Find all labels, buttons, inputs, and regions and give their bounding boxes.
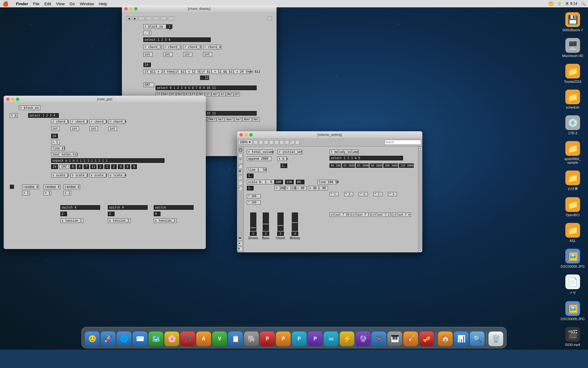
- vs-mul1a[interactable]: * 1.: [330, 192, 339, 196]
- toolbar-btn-5[interactable]: [153, 17, 159, 20]
- menu-help[interactable]: Help: [99, 2, 107, 6]
- vs-minimize-button[interactable]: [244, 133, 248, 136]
- vs-num80[interactable]: 80: [296, 180, 304, 184]
- ng-val-0[interactable]: 0: [70, 164, 76, 169]
- dock-icon-app9[interactable]: ∞: [324, 332, 338, 346]
- pd-chord-bbm7[interactable]: Bbm7: [243, 117, 252, 121]
- pd-num24[interactable]: 24: [143, 63, 151, 67]
- vs-num1c[interactable]: 1.: [247, 186, 254, 190]
- pd-chord-g7[interactable]: G7: [205, 92, 211, 96]
- vs-vslider-drums[interactable]: [250, 213, 256, 231]
- ng-s-scale-4[interactable]: s scale_4: [108, 173, 125, 178]
- vs-scale[interactable]: scale 0. 1. 0.5 1.: [247, 180, 276, 184]
- dock-icon-chart[interactable]: 📊: [454, 332, 469, 346]
- ng-select1234[interactable]: select 1 2 3 4: [28, 113, 59, 118]
- vs-btn-6[interactable]: [280, 140, 284, 144]
- dock-icon-safari[interactable]: 🔍: [470, 332, 484, 346]
- dock-icon-trash[interactable]: 🗑️: [488, 332, 503, 346]
- ng-s-scale-2[interactable]: s scale_2: [70, 173, 87, 178]
- ng-switch4-3[interactable]: switch: [154, 205, 194, 210]
- vs-melody-num[interactable]: 4: [292, 232, 298, 236]
- menu-view[interactable]: View: [56, 2, 65, 6]
- desktop-icon-500gb[interactable]: 💾 500GBwork 7: [560, 12, 585, 32]
- dock-icon-app3[interactable]: 📋: [228, 332, 243, 346]
- dock-icon-app4[interactable]: 🐘: [244, 332, 259, 346]
- menu-edit[interactable]: Edit: [44, 2, 51, 6]
- ng-close-button[interactable]: [6, 98, 9, 101]
- vs-vslider-chord[interactable]: [277, 213, 284, 231]
- pd-chord-abm7[interactable]: Abm7: [225, 117, 234, 121]
- pd-chord-am7[interactable]: Am7: [235, 117, 242, 121]
- vs-btn-4[interactable]: [269, 140, 273, 144]
- vs-gt90[interactable]: > 90: [317, 186, 328, 190]
- dock-icon-home[interactable]: 🏠: [438, 332, 453, 346]
- vs-btn-1[interactable]: [254, 140, 258, 144]
- ng-s-tension-2[interactable]: s tension_2: [108, 218, 131, 223]
- desktop-icon-dsc1[interactable]: 🖼️ DSC00000.JPG: [560, 249, 585, 268]
- vs-num1a[interactable]: 1.: [281, 163, 287, 168]
- vs-num110[interactable]: 110: [285, 180, 294, 184]
- ng-int-3[interactable]: int: [89, 126, 98, 131]
- dock-icon-launchpad[interactable]: 🚀: [101, 332, 115, 346]
- vs-mul1d[interactable]: * 1.: [373, 192, 383, 196]
- desktop-icon-1tb[interactable]: 💿 1TB-3: [560, 115, 585, 135]
- desktop-icon-movie[interactable]: 🎬 0030.mp4: [560, 327, 585, 347]
- ng-r-chord-2[interactable]: r chord_2: [70, 119, 87, 124]
- pd-r-chord-4[interactable]: r chord_4: [203, 45, 221, 49]
- toolbar-btn-2[interactable]: ▶: [133, 17, 138, 20]
- toolbar-btn-6[interactable]: [160, 17, 167, 20]
- vs-btn-9[interactable]: [295, 140, 300, 144]
- vs-side-btn-10[interactable]: ▲: [238, 241, 243, 246]
- vs-mul100[interactable]: * 100.: [247, 194, 261, 198]
- ng-switch-num-2b[interactable]: 2: [108, 212, 115, 216]
- pd-int-1[interactable]: int: [143, 52, 153, 57]
- apple-menu[interactable]: 🍎: [2, 1, 9, 7]
- pd-select-upper[interactable]: select 0 1 2 3 4 5 6 7 8 9 10 11: [156, 86, 257, 90]
- vs-maximize-button[interactable]: [249, 133, 253, 136]
- vs-side-btn-6[interactable]: 📎: [238, 175, 243, 180]
- dock-icon-app7[interactable]: P: [292, 332, 307, 346]
- vs-val-65-3000[interactable]: 65 3000: [356, 163, 369, 168]
- vs-bass-num[interactable]: 2: [262, 232, 269, 236]
- vs-gt110[interactable]: > 110: [285, 186, 296, 190]
- vs-r-initial-set[interactable]: r initial_set: [277, 150, 302, 154]
- vs-vslider-melody[interactable]: [292, 213, 298, 231]
- ng-switch-num-2a[interactable]: 2: [60, 212, 67, 216]
- ng-plus1-2[interactable]: + 1: [43, 191, 51, 195]
- vs-side-btn-4[interactable]: ≡: [238, 164, 243, 169]
- pd-cm7[interactable]: CM7: [143, 82, 154, 87]
- ng-toggle[interactable]: [10, 185, 14, 189]
- dock-icon-app11[interactable]: 🔮: [356, 332, 370, 346]
- ng-val-7[interactable]: 7: [84, 164, 89, 169]
- pd-minus12[interactable]: - 12: [200, 75, 209, 80]
- ng-val-2b[interactable]: 2: [104, 164, 110, 169]
- dock-icon-photos[interactable]: 🌸: [164, 332, 179, 346]
- ng-switch-num-9[interactable]: 9: [154, 212, 160, 216]
- vs-mul100b[interactable]: * 100: [247, 200, 261, 205]
- pd-chord-ab7[interactable]: Ab7: [212, 92, 219, 96]
- vs-close-button[interactable]: [239, 133, 243, 136]
- vs-side-btn-9[interactable]: 📷: [238, 236, 243, 240]
- pd-r-chord-2[interactable]: r chord_2: [163, 45, 182, 49]
- ng-val-9c[interactable]: 9: [131, 164, 137, 169]
- ng-r-chord-3[interactable]: r chord_3: [89, 119, 106, 124]
- ng-plus1-1[interactable]: + 1: [22, 191, 30, 195]
- ng-num24[interactable]: 24: [51, 134, 58, 138]
- ng-line-s1[interactable]: line $1: [51, 146, 65, 151]
- ng-s-scale-1[interactable]: s scale_1: [51, 173, 68, 178]
- ng-int-2[interactable]: int: [70, 126, 79, 131]
- ng-r-chord-1[interactable]: r chord_1: [51, 119, 68, 124]
- vs-btn-8[interactable]: +: [290, 140, 294, 144]
- ng-plus1[interactable]: + 1: [51, 140, 60, 144]
- menu-file[interactable]: File: [33, 2, 40, 6]
- pd-r-chord-1[interactable]: r chord_1: [143, 45, 162, 49]
- pd-chord-fsm7[interactable]: F#m7: [207, 117, 216, 121]
- vs-btn-3[interactable]: [264, 140, 268, 144]
- vs-tbb[interactable]: t b b: [277, 156, 287, 161]
- vs-drums-num[interactable]: 1: [250, 232, 257, 236]
- vs-line100-50[interactable]: line 100 50: [317, 180, 337, 184]
- vs-search[interactable]: [384, 140, 421, 145]
- vs-gt90b[interactable]: > 90: [308, 186, 319, 190]
- vs-select12345[interactable]: select 1 2 3 4 5: [330, 156, 403, 160]
- vs-val-90-3000[interactable]: 90 3000: [370, 163, 383, 168]
